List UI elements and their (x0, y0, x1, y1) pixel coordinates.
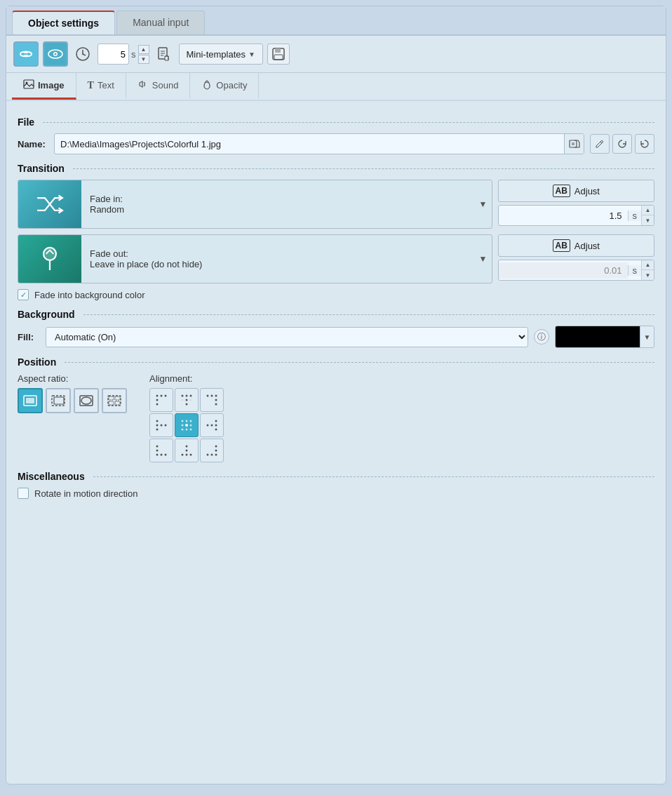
svg-rect-26 (26, 398, 34, 403)
align-middle-right[interactable] (200, 413, 224, 437)
fade-out-row: Fade out: Leave in place (do not hide) ▼… (18, 234, 654, 283)
fill-info-icon[interactable]: ⓘ (534, 329, 549, 345)
fade-out-selector[interactable]: Fade out: Leave in place (do not hide) ▼ (18, 234, 492, 283)
tab-text[interactable]: T Text (76, 73, 126, 100)
align-bottom-left[interactable] (149, 439, 173, 462)
svg-point-77 (182, 454, 184, 456)
align-bottom-right[interactable] (200, 439, 224, 462)
fill-color-swatch (556, 326, 640, 347)
fade-out-down[interactable]: ▼ (641, 270, 654, 280)
fade-out-ab-icon: AB (553, 239, 570, 252)
svg-point-47 (190, 399, 191, 401)
aspect-stretch-button[interactable] (74, 388, 99, 413)
text-tab-icon: T (88, 80, 94, 91)
rotate-cw-button[interactable] (635, 134, 654, 154)
svg-point-49 (215, 399, 217, 401)
align-center-center[interactable] (175, 413, 199, 437)
svg-point-62 (185, 424, 188, 427)
align-top-left[interactable] (149, 388, 173, 412)
svg-point-65 (186, 429, 188, 431)
svg-point-83 (215, 450, 217, 452)
top-tabs: Object settings Manual input (6, 6, 666, 36)
fade-in-adjust-label: Adjust (574, 186, 600, 196)
fade-in-adjust-button[interactable]: AB Adjust (498, 180, 655, 202)
aspect-ratio-buttons (18, 388, 127, 413)
tab-opacity-label: Opacity (216, 80, 247, 91)
eye-button[interactable] (43, 41, 68, 67)
name-browse-icon[interactable] (564, 134, 584, 154)
svg-point-63 (190, 425, 192, 427)
align-top-right[interactable] (200, 388, 224, 412)
svg-point-59 (186, 420, 188, 422)
svg-point-71 (207, 425, 209, 427)
svg-point-67 (215, 420, 217, 422)
svg-point-43 (190, 395, 192, 397)
rotate-checkbox[interactable] (18, 488, 29, 499)
link-button[interactable] (13, 41, 39, 67)
rotate-label: Rotate in motion direction (34, 488, 137, 499)
fill-color-button[interactable]: ▼ (555, 326, 654, 348)
duration-up[interactable]: ▲ (138, 45, 149, 54)
svg-point-40 (165, 395, 167, 397)
fade-out-controls: AB Adjust s ▲ ▼ (498, 234, 655, 283)
svg-point-42 (186, 395, 188, 397)
fade-in-down[interactable]: ▼ (641, 215, 654, 225)
svg-point-85 (211, 454, 213, 456)
fade-out-info: Fade out: Leave in place (do not hide) (81, 243, 475, 275)
fade-in-time-input[interactable] (499, 208, 628, 224)
fade-out-time-input[interactable] (499, 262, 628, 279)
mini-templates-button[interactable]: Mini-templates ▼ (179, 44, 263, 65)
mini-templates-label: Mini-templates (187, 49, 246, 60)
fade-in-spinner: ▲ ▼ (641, 206, 654, 225)
page-icon[interactable] (154, 44, 175, 65)
svg-point-76 (165, 454, 167, 456)
svg-point-73 (156, 450, 159, 452)
fade-out-up[interactable]: ▲ (641, 260, 654, 270)
content-area: File Name: (6, 101, 666, 510)
fade-in-line2: Random (90, 204, 466, 215)
svg-point-86 (207, 454, 209, 456)
svg-rect-16 (274, 55, 283, 60)
svg-point-57 (165, 425, 167, 427)
svg-point-46 (182, 399, 183, 401)
duration-input[interactable]: 5 (98, 44, 129, 65)
rotate-row: Rotate in motion direction (18, 488, 654, 499)
svg-rect-15 (275, 48, 281, 53)
tab-object-settings[interactable]: Object settings (12, 11, 115, 34)
fade-out-adjust-button[interactable]: AB Adjust (498, 234, 655, 257)
svg-point-39 (161, 395, 163, 397)
fill-select-wrap: Automatic (On) Automatic (Off) Manual No… (46, 327, 528, 347)
opacity-tab-icon (201, 79, 213, 92)
misc-section-header: Miscellaneous (18, 471, 654, 482)
aspect-tile-button[interactable] (102, 388, 127, 413)
duration-down[interactable]: ▼ (138, 55, 149, 64)
tab-sound[interactable]: Sound (126, 73, 191, 100)
tab-image[interactable]: Image (12, 73, 76, 100)
align-top-center[interactable] (175, 388, 199, 412)
svg-point-68 (215, 425, 217, 427)
fill-select[interactable]: Automatic (On) Automatic (Off) Manual No… (46, 328, 527, 347)
align-middle-left[interactable] (149, 413, 173, 437)
fade-background-row: ✓ Fade into background color (18, 289, 654, 300)
edit-name-button[interactable] (590, 134, 610, 154)
fade-in-up[interactable]: ▲ (641, 206, 654, 215)
svg-point-50 (215, 403, 217, 406)
save-button[interactable] (267, 44, 290, 65)
align-bottom-center[interactable] (175, 439, 199, 462)
file-header-line (43, 122, 654, 123)
fill-row: Fill: Automatic (On) Automatic (Off) Man… (18, 326, 654, 348)
aspect-crop-button[interactable] (46, 388, 71, 413)
tab-opacity[interactable]: Opacity (190, 73, 259, 100)
aspect-fit-button[interactable] (18, 388, 43, 413)
svg-point-53 (156, 420, 159, 422)
name-input[interactable] (55, 135, 564, 153)
tab-manual-input[interactable]: Manual input (116, 11, 205, 34)
svg-point-44 (186, 399, 188, 401)
misc-header-title: Miscellaneous (18, 471, 85, 482)
position-row: Aspect ratio: (18, 373, 654, 462)
fade-background-checkbox[interactable]: ✓ (18, 289, 29, 300)
fade-in-selector[interactable]: Fade in: Random ▼ (18, 180, 492, 229)
svg-rect-32 (109, 396, 114, 400)
main-container: Object settings Manual input (6, 6, 666, 784)
rotate-ccw-button[interactable] (612, 134, 632, 154)
